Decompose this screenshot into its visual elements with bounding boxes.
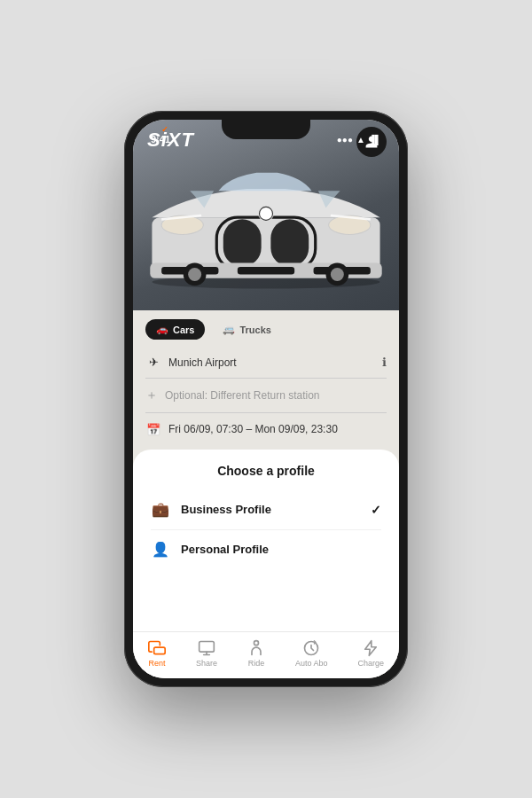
nav-item-share[interactable]: Share — [189, 638, 224, 669]
business-profile-check: ✓ — [371, 503, 381, 517]
location-value: Munich Airport — [168, 356, 237, 369]
tab-cars[interactable]: 🚗 Cars — [145, 319, 205, 340]
sheet-title: Choose a profile — [151, 464, 381, 478]
svg-point-5 — [258, 206, 273, 221]
plus-icon: ＋ — [145, 387, 158, 403]
main-content: 🚗 Cars 🚐 Trucks ✈ Munich Airport ℹ — [133, 310, 399, 678]
autoabo-icon — [302, 639, 320, 657]
nav-item-ride[interactable]: Ride — [240, 638, 272, 669]
business-profile-label: Business Profile — [181, 503, 360, 516]
nav-item-rent[interactable]: Rent — [141, 638, 173, 669]
nav-charge-label: Charge — [357, 659, 384, 668]
phone-frame: 9:41 ●●● ▲ ▐▌ Si✓XT — [124, 111, 408, 687]
charge-icon — [362, 639, 379, 657]
car-tab-icon: 🚗 — [156, 324, 168, 335]
nav-share-label: Share — [196, 659, 217, 668]
truck-tab-icon: 🚐 — [223, 324, 235, 335]
tab-row: 🚗 Cars 🚐 Trucks — [133, 310, 399, 347]
signal-icon: ●●● — [337, 135, 353, 145]
info-icon: ℹ — [382, 356, 387, 369]
date-value: Fri 06/09, 07:30 – Mon 09/09, 23:30 — [168, 422, 338, 437]
briefcase-icon: 💼 — [151, 500, 170, 520]
svg-rect-19 — [200, 642, 215, 653]
calendar-icon: 📅 — [145, 423, 161, 436]
personal-profile-item[interactable]: 👤 Personal Profile — [151, 530, 381, 569]
tab-cars-label: Cars — [173, 325, 194, 335]
business-profile-item[interactable]: 💼 Business Profile ✓ — [151, 490, 381, 530]
personal-profile-label: Personal Profile — [181, 543, 381, 556]
nav-rent-label: Rent — [148, 659, 165, 668]
status-time: 9:41 — [151, 134, 170, 145]
share-icon — [198, 639, 215, 657]
notch — [222, 120, 310, 139]
battery-icon: ▐▌ — [369, 135, 381, 145]
svg-point-18 — [331, 268, 344, 281]
nav-item-autoabo[interactable]: Auto Abo — [288, 638, 335, 669]
phone-screen: 9:41 ●●● ▲ ▐▌ Si✓XT — [133, 120, 399, 678]
form-area: ✈ Munich Airport ℹ ＋ Optional: Different… — [133, 347, 399, 446]
rent-icon — [148, 639, 166, 657]
tab-trucks[interactable]: 🚐 Trucks — [212, 319, 281, 340]
hero-section: 9:41 ●●● ▲ ▐▌ Si✓XT — [133, 120, 399, 310]
bottom-nav: Rent Share Ride — [133, 631, 399, 678]
svg-point-16 — [188, 268, 201, 281]
tab-trucks-label: Trucks — [239, 325, 270, 335]
ride-icon — [247, 639, 265, 657]
svg-rect-3 — [270, 219, 309, 267]
nav-item-charge[interactable]: Charge — [350, 638, 391, 669]
airplane-icon: ✈ — [145, 356, 161, 369]
svg-rect-13 — [238, 267, 294, 275]
status-icons: ●●● ▲ ▐▌ — [337, 135, 381, 145]
date-field[interactable]: 📅 Fri 06/09, 07:30 – Mon 09/09, 23:30 — [145, 413, 387, 446]
return-placeholder: Optional: Different Return station — [165, 389, 320, 402]
person-icon: 👤 — [151, 540, 170, 559]
wifi-icon: ▲ — [356, 135, 365, 145]
location-field[interactable]: ✈ Munich Airport ℹ — [145, 347, 387, 379]
bottom-sheet: Choose a profile 💼 Business Profile ✓ 👤 … — [133, 450, 399, 631]
return-station-field[interactable]: ＋ Optional: Different Return station — [145, 379, 387, 413]
svg-point-20 — [254, 641, 258, 645]
nav-autoabo-label: Auto Abo — [295, 659, 328, 668]
svg-rect-2 — [223, 219, 262, 267]
nav-ride-label: Ride — [248, 659, 265, 668]
